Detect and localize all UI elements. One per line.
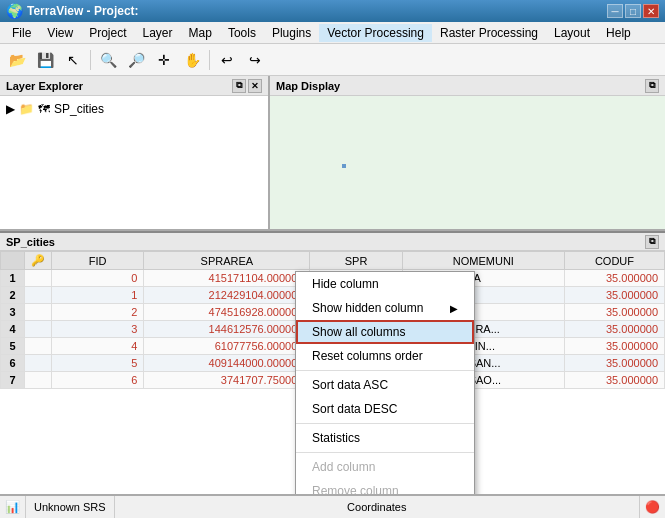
status-srs: Unknown SRS <box>26 496 115 518</box>
cell-coduf: 35.000000 <box>564 287 664 304</box>
main-area: Layer Explorer ⧉ ✕ ▶ 📁 🗺 SP_cities Map D… <box>0 76 665 494</box>
layer-group-icon: 📁 <box>19 102 34 116</box>
title-bar-title: TerraView - Project: <box>27 4 139 18</box>
zoom-in-tool[interactable]: 🔍 <box>95 47 121 73</box>
cell-coduf: 35.000000 <box>564 338 664 355</box>
ctx-sort-desc[interactable]: Sort data DESC <box>296 397 474 421</box>
panel-close-button[interactable]: ✕ <box>248 79 262 93</box>
close-button[interactable]: ✕ <box>643 4 659 18</box>
data-header: SP_cities ⧉ <box>0 231 665 251</box>
hand-tool[interactable]: ✋ <box>179 47 205 73</box>
layer-content: ▶ 📁 🗺 SP_cities <box>0 96 268 229</box>
menu-layout[interactable]: Layout <box>546 24 598 42</box>
cell-coduf: 35.000000 <box>564 372 664 389</box>
status-bar: 📊 Unknown SRS Coordinates 🔴 <box>0 494 665 518</box>
cell-fid: 0 <box>52 270 144 287</box>
cell-coduf: 35.000000 <box>564 355 664 372</box>
cell-rownum: 4 <box>1 321 25 338</box>
menu-project[interactable]: Project <box>81 24 134 42</box>
cell-key <box>25 321 52 338</box>
status-icon-right[interactable]: 🔴 <box>639 496 665 518</box>
panel-controls: ⧉ ✕ <box>232 79 262 93</box>
maximize-button[interactable]: □ <box>625 4 641 18</box>
title-bar: 🌍 TerraView - Project: ─ □ ✕ <box>0 0 665 22</box>
col-nomemuni[interactable]: NOMEMUNI <box>402 252 564 270</box>
pointer-tool[interactable]: ↖ <box>60 47 86 73</box>
layer-explorer-title: Layer Explorer <box>6 80 83 92</box>
cell-sprarea: 474516928.000000 <box>144 304 310 321</box>
menu-view[interactable]: View <box>39 24 81 42</box>
map-panel-controls: ⧉ <box>645 79 659 93</box>
pan-tool[interactable]: ✛ <box>151 47 177 73</box>
map-dot <box>342 164 346 168</box>
data-section: SP_cities ⧉ 🔑 FID SPRAREA SPR NOMEMUNI C… <box>0 231 665 494</box>
col-sprarea[interactable]: SPRAREA <box>144 252 310 270</box>
save-button[interactable]: 💾 <box>32 47 58 73</box>
menu-help[interactable]: Help <box>598 24 639 42</box>
map-display: Map Display ⧉ <box>270 76 665 229</box>
cell-sprarea: 409144000.000000 <box>144 355 310 372</box>
open-button[interactable]: 📂 <box>4 47 30 73</box>
data-detach-button[interactable]: ⧉ <box>645 235 659 249</box>
cell-rownum: 1 <box>1 270 25 287</box>
top-panels: Layer Explorer ⧉ ✕ ▶ 📁 🗺 SP_cities Map D… <box>0 76 665 231</box>
toolbar-separator-2 <box>209 50 210 70</box>
ctx-sep-3 <box>296 452 474 453</box>
ctx-sort-asc[interactable]: Sort data ASC <box>296 373 474 397</box>
col-rownum <box>1 252 25 270</box>
layer-item[interactable]: ▶ 📁 🗺 SP_cities <box>4 100 264 118</box>
ctx-statistics[interactable]: Statistics <box>296 426 474 450</box>
cell-key <box>25 372 52 389</box>
layer-name: SP_cities <box>54 102 104 116</box>
cell-fid: 4 <box>52 338 144 355</box>
col-fid[interactable]: FID <box>52 252 144 270</box>
cell-sprarea: 415171104.000000 <box>144 270 310 287</box>
undo-button[interactable]: ↩ <box>214 47 240 73</box>
layer-explorer-header: Layer Explorer ⧉ ✕ <box>0 76 268 96</box>
cell-rownum: 5 <box>1 338 25 355</box>
ctx-reset-columns[interactable]: Reset columns order <box>296 344 474 368</box>
menu-tools[interactable]: Tools <box>220 24 264 42</box>
status-icon-left[interactable]: 📊 <box>0 496 26 518</box>
menu-plugins[interactable]: Plugins <box>264 24 319 42</box>
ctx-remove-column: Remove column <box>296 479 474 494</box>
ctx-hide-column[interactable]: Hide column <box>296 272 474 296</box>
ctx-sep-1 <box>296 370 474 371</box>
data-table-title: SP_cities <box>6 236 55 248</box>
map-content[interactable] <box>270 96 665 229</box>
panel-detach-button[interactable]: ⧉ <box>232 79 246 93</box>
cell-coduf: 35.000000 <box>564 304 664 321</box>
col-coduf[interactable]: CODUF <box>564 252 664 270</box>
cell-fid: 2 <box>52 304 144 321</box>
menu-raster-processing[interactable]: Raster Processing <box>432 24 546 42</box>
cell-coduf: 35.000000 <box>564 321 664 338</box>
cell-rownum: 3 <box>1 304 25 321</box>
cell-sprarea: 61077756.000000 <box>144 338 310 355</box>
table-container: 🔑 FID SPRAREA SPR NOMEMUNI CODUF 1 0 415… <box>0 251 665 494</box>
ctx-show-hidden[interactable]: Show hidden column ▶ <box>296 296 474 320</box>
map-detach-button[interactable]: ⧉ <box>645 79 659 93</box>
redo-button[interactable]: ↪ <box>242 47 268 73</box>
cell-fid: 6 <box>52 372 144 389</box>
menu-file[interactable]: File <box>4 24 39 42</box>
layer-explorer: Layer Explorer ⧉ ✕ ▶ 📁 🗺 SP_cities <box>0 76 270 229</box>
layer-icon: 🗺 <box>38 102 50 116</box>
title-bar-left: 🌍 TerraView - Project: <box>6 3 139 19</box>
cell-sprarea: 3741707.750000 <box>144 372 310 389</box>
cell-key <box>25 304 52 321</box>
minimize-button[interactable]: ─ <box>607 4 623 18</box>
cell-fid: 3 <box>52 321 144 338</box>
ctx-show-all-columns[interactable]: Show all columns <box>296 320 474 344</box>
context-menu: Hide column Show hidden column ▶ Show al… <box>295 271 475 494</box>
cell-key <box>25 355 52 372</box>
menu-layer[interactable]: Layer <box>135 24 181 42</box>
ctx-sep-2 <box>296 423 474 424</box>
menu-map[interactable]: Map <box>181 24 220 42</box>
toolbar-separator-1 <box>90 50 91 70</box>
menu-vector-processing[interactable]: Vector Processing <box>319 24 432 42</box>
col-spr[interactable]: SPR <box>310 252 402 270</box>
zoom-out-tool[interactable]: 🔎 <box>123 47 149 73</box>
cell-fid: 5 <box>52 355 144 372</box>
table-header: 🔑 FID SPRAREA SPR NOMEMUNI CODUF <box>1 252 665 270</box>
map-display-title: Map Display <box>276 80 340 92</box>
